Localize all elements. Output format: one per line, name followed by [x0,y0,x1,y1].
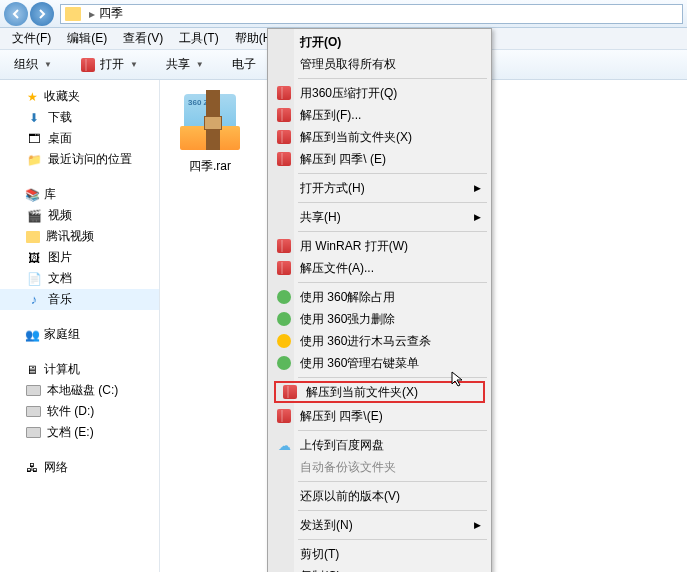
sidebar-item-label: 图片 [48,249,72,266]
sidebar-item-label: 本地磁盘 (C:) [47,382,118,399]
context-menu-item[interactable]: 还原以前的版本(V) [270,485,489,507]
arrow-left-icon [10,8,22,20]
email-label: 电子 [232,56,256,73]
context-menu-separator [298,481,487,482]
sidebar-item-drive-e[interactable]: 文档 (E:) [0,422,159,443]
menu-view[interactable]: 查看(V) [115,28,171,49]
context-menu-item-label: 解压到 四季\ (E) [300,151,386,168]
sidebar-libraries-label: 库 [44,186,56,203]
file-item[interactable]: 360 ZIP 四季.rar [170,90,250,175]
drive-icon [26,427,41,438]
breadcrumb[interactable]: ▸ 四季 [60,4,683,24]
sidebar-item-pictures[interactable]: 🖼图片 [0,247,159,268]
sidebar-item-downloads[interactable]: ⬇下载 [0,107,159,128]
menu-edit[interactable]: 编辑(E) [59,28,115,49]
sidebar-item-desktop[interactable]: 🗔桌面 [0,128,159,149]
documents-icon: 📄 [26,271,42,287]
chevron-down-icon: ▼ [130,60,138,69]
context-menu-item[interactable]: 解压到当前文件夹(X) [274,381,485,403]
sidebar-libraries-header[interactable]: 📚库 [0,184,159,205]
context-menu-item[interactable]: 剪切(T) [270,543,489,565]
context-menu-item-label: 用360压缩打开(Q) [300,85,397,102]
sidebar-item-drive-d[interactable]: 软件 (D:) [0,401,159,422]
context-menu-item-label: 打开方式(H) [300,180,365,197]
open-button[interactable]: 打开▼ [72,53,146,76]
archive-icon [276,238,292,254]
organize-button[interactable]: 组织▼ [6,53,60,76]
arrow-right-icon [36,8,48,20]
rar-archive-icon: 360 ZIP [178,90,242,154]
context-menu-item[interactable]: 发送到(N)▶ [270,514,489,536]
path-separator: ▸ [89,7,95,21]
context-menu-item[interactable]: 用 WinRAR 打开(W) [270,235,489,257]
context-menu-item[interactable]: 解压到 四季\(E) [270,405,489,427]
context-menu-item[interactable]: 解压文件(A)... [270,257,489,279]
context-menu-item[interactable]: 共享(H)▶ [270,206,489,228]
menu-tools[interactable]: 工具(T) [171,28,226,49]
context-menu-item[interactable]: 使用 360管理右键菜单 [270,352,489,374]
sidebar-item-videos[interactable]: 🎬视频 [0,205,159,226]
folder-icon [26,231,40,243]
sidebar-item-tencent[interactable]: 腾讯视频 [0,226,159,247]
archive-icon [276,129,292,145]
context-menu: 打开(O)管理员取得所有权用360压缩打开(Q)解压到(F)...解压到当前文件… [267,28,492,572]
sidebar-item-recent[interactable]: 📁最近访问的位置 [0,149,159,170]
context-menu-item-label: 共享(H) [300,209,341,226]
archive-icon [276,151,292,167]
360-icon [276,355,292,371]
chevron-down-icon: ▼ [196,60,204,69]
nav-back-button[interactable] [4,2,28,26]
360-icon [276,311,292,327]
context-menu-item[interactable]: 使用 360进行木马云查杀 [270,330,489,352]
sidebar-item-label: 下载 [48,109,72,126]
context-menu-item[interactable]: 解压到当前文件夹(X) [270,126,489,148]
context-menu-separator [298,173,487,174]
360-scan-icon [276,333,292,349]
context-menu-item[interactable]: 打开方式(H)▶ [270,177,489,199]
context-menu-separator [298,539,487,540]
context-menu-item-label: 发送到(N) [300,517,353,534]
context-menu-separator [298,202,487,203]
context-menu-separator [298,377,487,378]
sidebar-item-label: 腾讯视频 [46,228,94,245]
sidebar-homegroup-header[interactable]: 👥家庭组 [0,324,159,345]
context-menu-item[interactable]: 解压到 四季\ (E) [270,148,489,170]
submenu-arrow-icon: ▶ [474,212,481,222]
context-menu-item[interactable]: ☁上传到百度网盘 [270,434,489,456]
context-menu-item[interactable]: 用360压缩打开(Q) [270,82,489,104]
sidebar-computer-header[interactable]: 🖥计算机 [0,359,159,380]
archive-icon [276,107,292,123]
context-menu-item[interactable]: 使用 360解除占用 [270,286,489,308]
context-menu-item[interactable]: 复制(C) [270,565,489,572]
context-menu-item[interactable]: 解压到(F)... [270,104,489,126]
pictures-icon: 🖼 [26,250,42,266]
context-menu-item[interactable]: 使用 360强力删除 [270,308,489,330]
context-menu-item-label: 使用 360进行木马云查杀 [300,333,431,350]
sidebar-network-header[interactable]: 🖧网络 [0,457,159,478]
sidebar-item-drive-c[interactable]: 本地磁盘 (C:) [0,380,159,401]
library-icon: 📚 [24,187,40,203]
organize-label: 组织 [14,56,38,73]
context-menu-separator [298,510,487,511]
context-menu-item[interactable]: 管理员取得所有权 [270,53,489,75]
context-menu-separator [298,231,487,232]
path-segment[interactable]: 四季 [99,5,123,22]
menu-file[interactable]: 文件(F) [4,28,59,49]
email-button[interactable]: 电子 [224,53,264,76]
context-menu-separator [298,78,487,79]
sidebar-item-label: 最近访问的位置 [48,151,132,168]
context-menu-item[interactable]: 打开(O) [270,31,489,53]
nav-forward-button[interactable] [30,2,54,26]
context-menu-item: 自动备份该文件夹 [270,456,489,478]
sidebar-item-documents[interactable]: 📄文档 [0,268,159,289]
sidebar-item-music[interactable]: ♪音乐 [0,289,159,310]
archive-icon [276,85,292,101]
folder-icon [65,7,81,21]
archive-icon [276,408,292,424]
download-icon: ⬇ [26,110,42,126]
context-menu-item-label: 使用 360管理右键菜单 [300,355,419,372]
context-menu-separator [298,430,487,431]
recent-icon: 📁 [26,152,42,168]
share-button[interactable]: 共享▼ [158,53,212,76]
sidebar-favorites-header[interactable]: ★收藏夹 [0,86,159,107]
